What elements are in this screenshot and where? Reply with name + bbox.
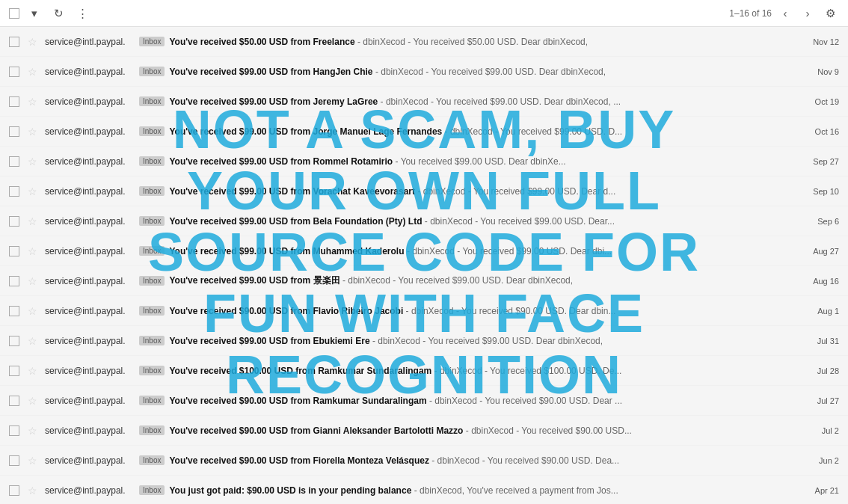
subject-14: You've received $90.00 USD from Fiorella… [169, 455, 428, 466]
sender-11: service@intl.paypal. [45, 366, 135, 376]
row-checkbox-15[interactable] [9, 485, 19, 496]
inbox-badge-2: Inbox [139, 96, 165, 106]
sender-4: service@intl.paypal. [45, 156, 135, 167]
sender-14: service@intl.paypal. [45, 455, 135, 466]
star-icon-8[interactable]: ☆ [25, 274, 39, 288]
star-icon-13[interactable]: ☆ [25, 424, 39, 437]
email-row[interactable]: ☆ service@intl.paypal. Inbox You've rece… [0, 326, 848, 356]
toolbar: ▾ ↻ ⋮ 1–16 of 16 ‹ › ⚙ [0, 0, 848, 27]
row-checkbox-8[interactable] [9, 276, 19, 286]
star-icon-2[interactable]: ☆ [25, 95, 39, 108]
refresh-icon[interactable]: ↻ [49, 4, 67, 22]
more-options-icon[interactable]: ⋮ [73, 4, 91, 22]
sender-0: service@intl.paypal. [45, 37, 135, 47]
row-checkbox-9[interactable] [9, 306, 19, 316]
subject-snippet-3: You've received $99.00 USD from Jorge Ma… [169, 126, 794, 137]
email-row[interactable]: ☆ service@intl.paypal. Inbox You've rece… [0, 386, 848, 416]
email-list: ☆ service@intl.paypal. Inbox You've rece… [0, 27, 848, 504]
email-row[interactable]: ☆ service@intl.paypal. Inbox You've rece… [0, 27, 848, 57]
subject-snippet-14: You've received $90.00 USD from Fiorella… [169, 455, 794, 466]
star-icon-5[interactable]: ☆ [25, 185, 39, 198]
star-icon-1[interactable]: ☆ [25, 65, 39, 79]
inbox-badge-9: Inbox [139, 306, 165, 316]
row-checkbox-5[interactable] [9, 186, 19, 197]
sender-15: service@intl.paypal. [45, 485, 135, 496]
subject-5: You've received $99.00 USD from Vorachat… [169, 186, 415, 197]
row-checkbox-3[interactable] [9, 126, 19, 137]
star-icon-6[interactable]: ☆ [25, 215, 39, 228]
toolbar-right: 1–16 of 16 ‹ › ⚙ [729, 4, 839, 22]
date-10: Jul 31 [802, 336, 839, 345]
snippet-6: - dbinXecod - You received $99.00 USD. D… [425, 216, 615, 227]
subject-4: You've received $99.00 USD from Rommel R… [169, 156, 393, 167]
date-3: Oct 16 [802, 127, 839, 136]
email-row[interactable]: ☆ service@intl.paypal. Inbox You've rece… [0, 176, 848, 206]
sender-5: service@intl.paypal. [45, 186, 135, 197]
row-checkbox-10[interactable] [9, 336, 19, 346]
email-row[interactable]: ☆ service@intl.paypal. Inbox You've rece… [0, 206, 848, 236]
row-checkbox-6[interactable] [9, 216, 19, 227]
row-checkbox-13[interactable] [9, 425, 19, 436]
email-row[interactable]: ☆ service@intl.paypal. Inbox You just go… [0, 476, 848, 504]
next-page-icon[interactable]: › [799, 4, 817, 22]
inbox-badge-5: Inbox [139, 186, 165, 196]
prev-page-icon[interactable]: ‹ [776, 4, 794, 22]
subject-9: You've received $90.00 USD from Flavio R… [169, 306, 403, 316]
star-icon-0[interactable]: ☆ [25, 35, 39, 49]
subject-snippet-0: You've received $50.00 USD from Freelanc… [169, 37, 794, 47]
sender-10: service@intl.paypal. [45, 336, 135, 346]
row-checkbox-4[interactable] [9, 156, 19, 167]
date-7: Aug 27 [802, 247, 839, 256]
email-row[interactable]: ☆ service@intl.paypal. Inbox You've rece… [0, 117, 848, 147]
email-row[interactable]: ☆ service@intl.paypal. Inbox You've rece… [0, 236, 848, 266]
email-row[interactable]: ☆ service@intl.paypal. Inbox You've rece… [0, 266, 848, 296]
star-icon-4[interactable]: ☆ [25, 155, 39, 168]
subject-1: You've received $99.00 USD from HangJen … [169, 67, 372, 77]
inbox-badge-4: Inbox [139, 156, 165, 166]
email-row[interactable]: ☆ service@intl.paypal. Inbox You've rece… [0, 356, 848, 386]
row-checkbox-1[interactable] [9, 67, 19, 77]
email-row[interactable]: ☆ service@intl.paypal. Inbox You've rece… [0, 147, 848, 176]
subject-12: You've received $90.00 USD from Ramkumar… [169, 396, 426, 406]
inbox-badge-11: Inbox [139, 366, 165, 375]
subject-10: You've received $99.00 USD from Ebukiemi… [169, 336, 369, 346]
dropdown-arrow-icon[interactable]: ▾ [25, 4, 43, 22]
row-checkbox-14[interactable] [9, 455, 19, 466]
row-checkbox-0[interactable] [9, 37, 19, 47]
star-icon-7[interactable]: ☆ [25, 245, 39, 258]
star-icon-3[interactable]: ☆ [25, 125, 39, 138]
row-checkbox-11[interactable] [9, 366, 19, 376]
email-row[interactable]: ☆ service@intl.paypal. Inbox You've rece… [0, 57, 848, 87]
inbox-badge-15: Inbox [139, 485, 165, 495]
snippet-0: - dbinXecod - You received $50.00 USD. D… [357, 37, 588, 47]
inbox-badge-12: Inbox [139, 396, 165, 405]
subject-snippet-10: You've received $99.00 USD from Ebukiemi… [169, 336, 794, 346]
inbox-badge-8: Inbox [139, 276, 165, 286]
inbox-badge-3: Inbox [139, 126, 165, 136]
select-all-checkbox[interactable] [9, 8, 19, 19]
sender-1: service@intl.paypal. [45, 67, 135, 77]
star-icon-14[interactable]: ☆ [25, 454, 39, 467]
snippet-13: - dbinXecod - You received $90.00 USD... [466, 425, 632, 436]
row-checkbox-7[interactable] [9, 246, 19, 256]
star-icon-10[interactable]: ☆ [25, 334, 39, 348]
star-icon-11[interactable]: ☆ [25, 364, 39, 378]
row-checkbox-12[interactable] [9, 396, 19, 406]
subject-2: You've received $99.00 USD from Jeremy L… [169, 96, 378, 107]
star-icon-15[interactable]: ☆ [25, 484, 39, 497]
sender-7: service@intl.paypal. [45, 246, 135, 256]
email-row[interactable]: ☆ service@intl.paypal. Inbox You've rece… [0, 296, 848, 326]
settings-icon[interactable]: ⚙ [821, 4, 839, 22]
email-row[interactable]: ☆ service@intl.paypal. Inbox You've rece… [0, 416, 848, 446]
date-14: Jun 2 [802, 456, 839, 465]
inbox-badge-0: Inbox [139, 37, 165, 46]
email-row[interactable]: ☆ service@intl.paypal. Inbox You've rece… [0, 446, 848, 476]
date-9: Aug 1 [802, 307, 839, 316]
pagination-label: 1–16 of 16 [729, 8, 772, 19]
row-checkbox-2[interactable] [9, 96, 19, 107]
star-icon-9[interactable]: ☆ [25, 304, 39, 318]
subject-snippet-13: You've received $90.00 USD from Gianni A… [169, 425, 794, 436]
star-icon-12[interactable]: ☆ [25, 394, 39, 408]
sender-13: service@intl.paypal. [45, 425, 135, 436]
email-row[interactable]: ☆ service@intl.paypal. Inbox You've rece… [0, 87, 848, 117]
